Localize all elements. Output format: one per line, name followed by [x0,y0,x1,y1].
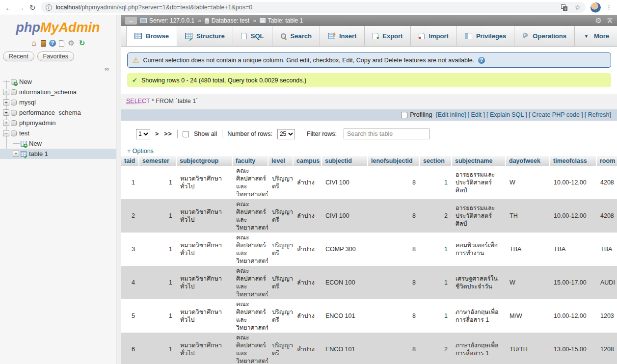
table-cell: คณะศิลปศาสตร์และวิทยาศาสตร์ [232,199,268,233]
favorites-tab[interactable]: Favorites [37,52,74,61]
tab-label: Structure [196,32,225,40]
sidebar-item-new[interactable]: New [0,77,116,87]
page-info-icon[interactable]: i [46,4,52,11]
new-table-icon [21,141,27,147]
home-icon[interactable]: ⌂ [30,39,38,47]
page-settings-icon[interactable]: ⚙ [595,16,602,25]
column-header-room[interactable]: room [596,156,617,166]
column-header-label: dayofweek [509,157,540,164]
tab-import[interactable]: Import [411,26,456,46]
column-header-semester[interactable]: semester [139,156,176,166]
sidebar-item-phpmyadmin[interactable]: +phpmyadmin [0,118,116,128]
query-link[interactable]: [ Explain SQL ] [486,111,527,118]
success-check-icon: ✔ [132,77,137,84]
database-icon [11,120,17,126]
sidebar-item-test[interactable]: −test [0,128,116,138]
column-header-level[interactable]: level [268,156,293,166]
num-rows-select[interactable]: 25 [277,129,295,139]
phpmyadmin-logo[interactable]: phpMyAdmin [0,17,116,37]
last-page-button[interactable]: >> [164,130,172,137]
column-header-label: level [271,157,285,164]
table-cell: 4208 [596,166,617,199]
sidebar-item-new[interactable]: New [0,138,116,149]
tree-expander-icon[interactable]: + [13,151,19,157]
browser-reload-icon[interactable]: ↻ [29,4,36,11]
table-cell: ปริญญาตรี [268,199,293,233]
breadcrumb-item[interactable]: Server: 127.0.0.1 [140,17,194,24]
translate-icon[interactable]: a文 [561,4,567,11]
query-link[interactable]: [ Create PHP code ] [529,111,583,118]
table-cell: TH [506,199,550,233]
filter-rows-input[interactable] [344,129,429,139]
page-select[interactable]: 1 [136,129,150,139]
next-page-button[interactable]: > [155,130,159,137]
column-header-faculty[interactable]: faculty [232,156,268,166]
recent-tab[interactable]: Recent [3,52,34,61]
sql-keyword[interactable]: SELECT [126,98,150,104]
breadcrumb-item[interactable]: Database: test [205,17,249,24]
panel-resize-handle[interactable] [116,15,121,364]
query-link[interactable]: [ Edit ] [468,111,485,118]
column-header-label: faculty [236,157,255,164]
help-icon[interactable]: ? [49,40,56,47]
tab-label: Insert [339,32,356,40]
column-header-taid[interactable]: taid [121,156,139,166]
settings-icon[interactable]: ⚙ [67,39,75,47]
show-all-checkbox[interactable] [183,131,189,137]
column-header-timeofclass[interactable]: timeofclass [550,156,596,166]
table-cell: 10.00-12.00 [550,166,596,199]
table-cell: ลำปาง [293,166,322,199]
table-cell: 1208 [596,333,617,364]
collapse-top-icon[interactable] [607,18,613,24]
tab-privileges[interactable]: Privileges [457,26,514,46]
panel-back-button[interactable]: ← [125,17,137,25]
sidebar-item-performance_schema[interactable]: +performance_schema [0,107,116,118]
tree-expander-icon[interactable]: + [3,109,9,116]
breadcrumb-item[interactable]: Table: table 1 [260,17,303,24]
column-header-campus[interactable]: campus [293,156,322,166]
refresh-icon[interactable]: ↻ [78,39,86,47]
tab-browse[interactable]: Browse [126,26,177,46]
tree-expander-icon[interactable]: − [3,130,9,136]
docs-icon[interactable] [59,40,64,47]
tab-sql[interactable]: SQL [233,26,272,46]
browser-forward-icon[interactable]: → [17,4,25,11]
sidebar-item-mysql[interactable]: +mysql [0,97,116,107]
options-toggle[interactable]: + Options [121,139,617,156]
address-bar[interactable]: i localhost/phpmyadmin/sql.php?server=1&… [41,2,586,13]
column-header-subjectid[interactable]: subjectid [322,156,368,166]
tab-search[interactable]: Search [272,26,320,46]
table-cell: 1 [139,199,176,233]
show-all-label: Show all [194,130,217,137]
tab-export[interactable]: Export [365,26,411,46]
tab-operations[interactable]: Operations [514,26,575,46]
table-cell: 8 [368,299,420,333]
tree-expander-icon[interactable]: + [3,99,9,105]
table-tabs: BrowseStructureSQLSearchInsertExportImpo… [121,26,617,47]
sidebar-tabs: Recent Favorites [0,51,116,64]
profiling-checkbox[interactable] [401,112,407,118]
tab-structure[interactable]: Structure [177,26,233,46]
column-header-section[interactable]: section [420,156,452,166]
tree-expander-icon[interactable]: + [3,89,9,95]
browser-menu-icon[interactable]: ⋮ [606,4,612,11]
browser-back-icon[interactable]: ← [5,4,12,11]
link-chain-icon[interactable]: ∞ [0,64,116,75]
tab-insert[interactable]: Insert [320,26,365,46]
browser-avatar[interactable] [590,2,601,13]
bookmark-star-icon[interactable]: ☆ [574,3,581,11]
column-header-subjectname[interactable]: subjectname [452,156,506,166]
column-header-dayofweek[interactable]: dayofweek [506,156,550,166]
column-header-subjectgroup[interactable]: subjectgroup [176,156,232,166]
database-icon [11,100,17,105]
sidebar-item-table-1[interactable]: +table 1 [0,149,116,159]
breadcrumb-bar: ← Server: 127.0.0.1»Database: test»Table… [121,15,617,26]
tab-more[interactable]: ▼More [575,26,617,46]
sidebar-item-information_schema[interactable]: +information_schema [0,87,116,97]
column-header-lenofsubjectid[interactable]: lenofsubjectid [368,156,420,166]
logout-icon[interactable] [41,40,46,47]
query-link[interactable]: [Edit inline] [436,111,466,118]
warning-help-icon[interactable]: ? [478,57,485,64]
query-link[interactable]: [ Refresh] [585,111,611,118]
tree-expander-icon[interactable]: + [3,120,9,126]
